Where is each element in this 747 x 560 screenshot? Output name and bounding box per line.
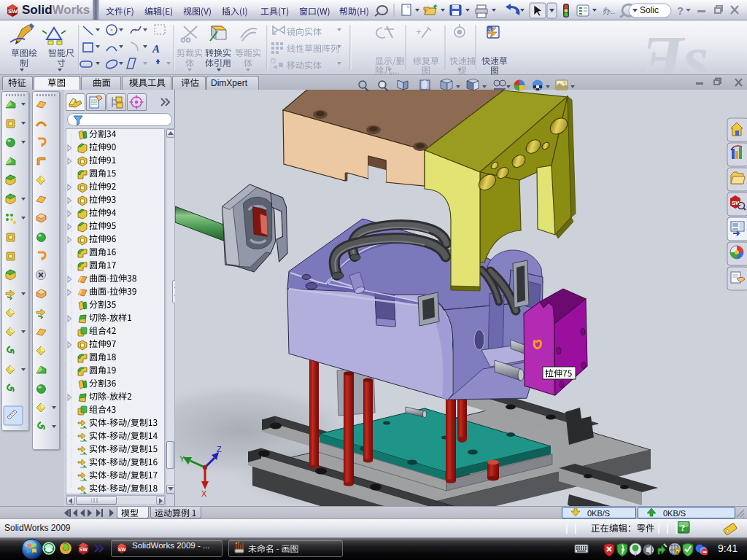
svg-text:+: + xyxy=(416,26,422,37)
svg-text:X: X xyxy=(201,489,207,498)
svg-text:Solic: Solic xyxy=(640,5,659,15)
svg-text:?: ? xyxy=(681,523,685,533)
svg-text:0KB/S: 0KB/S xyxy=(587,509,610,518)
svg-text:A: A xyxy=(152,43,160,55)
svg-text:SW: SW xyxy=(8,8,18,15)
svg-text:!: ! xyxy=(677,551,678,555)
svg-text:SW: SW xyxy=(118,547,126,552)
svg-text:SW: SW xyxy=(80,547,88,552)
svg-text:Z: Z xyxy=(217,445,222,454)
svg-text:0KB/S: 0KB/S xyxy=(663,509,686,518)
svg-text:?: ? xyxy=(677,4,684,17)
svg-text:Y: Y xyxy=(179,454,185,463)
svg-text:办..: 办.. xyxy=(603,7,615,15)
svg-text:S: S xyxy=(488,27,492,32)
svg-text:Ǝs: Ǝs xyxy=(640,23,708,74)
